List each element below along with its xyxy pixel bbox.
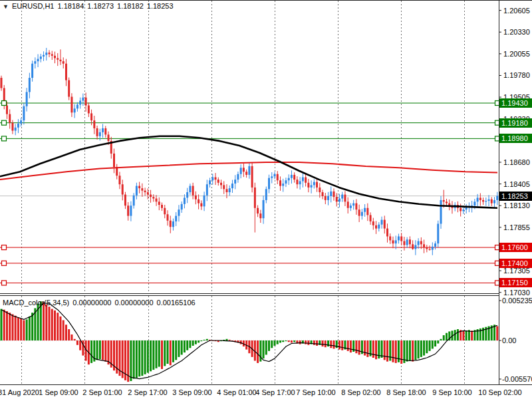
macd-hist-bar-up	[429, 340, 431, 351]
macd-hist-bar-down	[471, 331, 473, 340]
candle-body-bull	[99, 132, 101, 136]
macd-hist-bar-up	[164, 340, 166, 366]
ohlc-low: 1.18182	[117, 2, 144, 10]
time-axis-label[interactable]: 3 Sep 09:00	[172, 388, 211, 396]
candle-body-bear	[57, 58, 59, 59]
price-tick-label[interactable]: 1.17855	[503, 223, 530, 232]
hline-left-handle[interactable]	[2, 281, 7, 285]
candle-body-bear	[70, 97, 72, 113]
macd-hist-bar-up	[156, 340, 158, 368]
macd-hist-bar-down	[161, 340, 163, 369]
macd-hist-bar-down	[108, 340, 110, 364]
candle-body-bear	[141, 188, 143, 191]
price-tick-label[interactable]: 1.18405	[503, 180, 530, 189]
candle-body-bear	[68, 80, 70, 97]
hline-left-handle[interactable]	[2, 245, 7, 250]
macd-hist-bar-down	[330, 340, 332, 348]
hline-left-handle[interactable]	[2, 101, 7, 106]
hline-left-handle[interactable]	[2, 136, 7, 141]
support-price-badge: 1.17600	[499, 243, 532, 252]
price-tick-label[interactable]: 1.20330	[503, 27, 530, 37]
macd-hist-bar-down	[229, 340, 231, 340]
candle-body-bull	[271, 176, 273, 178]
time-axis-label[interactable]: 2 Sep 17:00	[128, 388, 167, 396]
candle-body-bull	[381, 220, 383, 225]
candle-body-bear	[344, 195, 346, 202]
macd-hist-bar-up	[26, 319, 28, 340]
hline-left-handle[interactable]	[2, 120, 7, 125]
candle-body-bull	[288, 178, 290, 181]
candle-body-bull	[477, 198, 479, 201]
candle-body-bull	[302, 178, 304, 182]
candle-body-bull	[361, 212, 363, 216]
candle-body-bull	[186, 192, 188, 198]
candle-body-bear	[93, 120, 95, 128]
candle-body-bear	[161, 205, 163, 208]
macd-hist-bar-down	[170, 340, 172, 365]
candle-body-bull	[285, 180, 287, 184]
time-axis-label[interactable]: 8 Sep 02:00	[341, 388, 380, 396]
macd-axis-label[interactable]: -0.005570	[502, 374, 532, 384]
time-axis-label[interactable]: 4 Sep 17:00	[255, 388, 295, 396]
candle-body-bull	[434, 243, 436, 247]
macd-hist-bar-up	[282, 340, 284, 342]
hline-left-handle[interactable]	[2, 261, 7, 265]
candle-body-bull	[237, 174, 239, 180]
candle-body-bear	[336, 197, 338, 201]
candle-body-bear	[375, 225, 377, 229]
candle-body-bull	[462, 209, 464, 211]
time-axis-label[interactable]: 1 Sep 09:00	[39, 388, 78, 396]
time-axis-label[interactable]: 7 Sep 10:00	[296, 388, 335, 396]
candle-body-bear	[322, 192, 324, 196]
candle-body-bear	[167, 214, 169, 220]
candle-body-bear	[386, 229, 388, 237]
chart-canvas[interactable]	[0, 0, 532, 399]
time-axis-label[interactable]: 8 Sep 18:00	[386, 388, 426, 396]
macd-hist-bar-up	[130, 340, 132, 381]
candle-body-bull	[23, 106, 25, 120]
candle-body-bull	[178, 209, 180, 215]
candle-body-bear	[316, 182, 318, 188]
macd-hist-bar-down	[325, 340, 327, 347]
macd-hist-bar-down	[313, 340, 315, 345]
macd-hist-bar-up	[1, 309, 3, 340]
macd-hist-bar-down	[364, 340, 366, 356]
candle-body-bear	[420, 241, 422, 245]
candle-body-bear	[108, 134, 110, 140]
candle-body-bear	[400, 236, 402, 241]
time-axis-label[interactable]: 4 Sep 01:00	[217, 388, 256, 396]
time-axis-label[interactable]: 9 Sep 10:00	[432, 388, 471, 396]
candle-body-bull	[29, 78, 31, 92]
candle-body-bear	[90, 113, 92, 120]
candle-body-bull	[313, 182, 315, 186]
time-axis-label[interactable]: 10 Sep 02:00	[478, 388, 521, 396]
candle-body-bull	[181, 204, 183, 209]
macd-hist-bar-up	[158, 340, 160, 367]
candle-body-bull	[414, 245, 416, 249]
macd-hist-bar-down	[20, 319, 22, 340]
macd-axis-label[interactable]: 0.00	[502, 336, 516, 345]
time-axis-label[interactable]: 31 Aug 2020	[0, 388, 39, 396]
macd-hist-bar-down	[79, 340, 81, 350]
price-tick-label[interactable]: 1.20605	[503, 6, 530, 15]
macd-hist-bar-down	[462, 331, 464, 340]
chart-shift-icon[interactable]: ▼	[3, 3, 9, 10]
macd-hist-bar-up	[181, 340, 183, 354]
macd-hist-bar-up	[31, 313, 33, 340]
support-price-badge: 1.17150	[499, 278, 532, 287]
macd-hist-bar-down	[104, 340, 106, 362]
macd-hist-bar-down	[358, 340, 360, 354]
candle-body-bull	[34, 61, 36, 64]
resistance-price-badge: 1.19430	[499, 98, 532, 108]
candle-body-bear	[59, 60, 61, 61]
time-axis-label[interactable]: 2 Sep 01:00	[82, 388, 122, 396]
macd-hist-bar-down	[3, 310, 5, 340]
macd-hist-bar-down	[257, 340, 259, 363]
candle-body-bull	[440, 200, 442, 224]
candle-body-bear	[460, 208, 462, 211]
price-tick-label[interactable]: 1.19780	[503, 70, 530, 80]
price-tick-label[interactable]: 1.20055	[503, 49, 530, 59]
price-tick-label[interactable]: 1.18680	[503, 158, 530, 167]
price-tick-label[interactable]: 1.18130	[503, 201, 530, 210]
macd-axis-label[interactable]: 0.0052358	[502, 296, 532, 305]
